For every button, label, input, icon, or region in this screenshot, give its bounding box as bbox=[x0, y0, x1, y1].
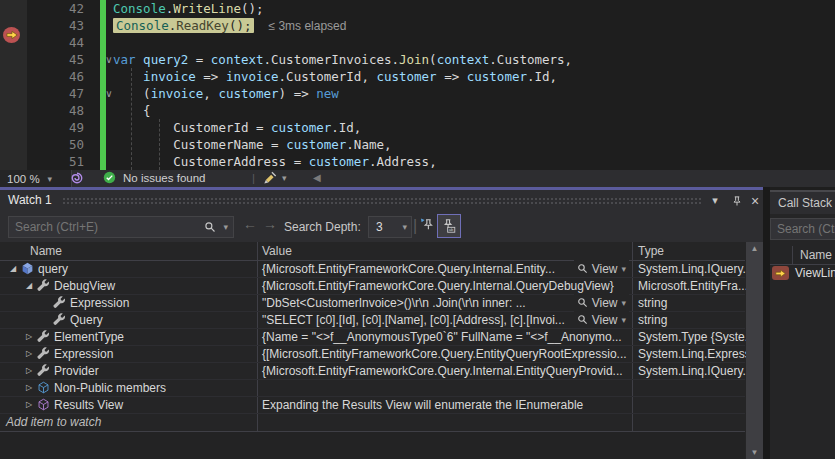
watch-type: System.Linq.IQuery... bbox=[638, 364, 750, 378]
wrench-icon bbox=[36, 364, 51, 377]
expander-icon[interactable]: ▷ bbox=[22, 366, 36, 375]
watch-toolbar: ▾ ← → Search Depth: 3 ▾ | ab bbox=[0, 211, 763, 242]
search-back-button[interactable]: ← bbox=[243, 216, 257, 232]
value-cell bbox=[258, 379, 632, 396]
expander-icon[interactable]: ◢ bbox=[22, 281, 36, 290]
vs-debug-window: 42Console.WriteLine();43Console.ReadKey(… bbox=[0, 0, 835, 459]
watch-row-query[interactable]: ◢query{Microsoft.EntityFrameworkCore.Que… bbox=[0, 260, 745, 278]
spiral-icon[interactable] bbox=[70, 171, 84, 187]
watch-row-expression[interactable]: Expression"DbSet<CustomerInvoice>()\r\n … bbox=[0, 294, 745, 312]
editor-zoom-select[interactable]: 100 % ▾ bbox=[0, 170, 72, 187]
search-input[interactable] bbox=[771, 222, 835, 236]
column-header-name[interactable]: Name bbox=[30, 244, 62, 258]
column-header-type[interactable]: Type bbox=[638, 244, 664, 258]
watch-row-non-public-members[interactable]: ▷Non-Public members bbox=[0, 379, 745, 397]
watch-row-query[interactable]: Query"SELECT [c0].[Id], [c0].[Name], [c0… bbox=[0, 311, 745, 329]
search-input[interactable] bbox=[9, 220, 202, 234]
column-header-name[interactable]: Name bbox=[800, 248, 832, 262]
scroll-up-button[interactable]: ▲ bbox=[746, 244, 763, 253]
editor-status-bar: 100 % ▾ No issues found | ▾ ◀ bbox=[0, 170, 835, 187]
watch-type: Microsoft.EntityFra... bbox=[638, 279, 748, 293]
search-icon[interactable] bbox=[202, 221, 218, 233]
watch-row-expression[interactable]: ▷Expression{[Microsoft.EntityFrameworkCo… bbox=[0, 345, 745, 363]
type-cell bbox=[633, 396, 750, 413]
current-statement-icon bbox=[3, 27, 20, 43]
line-number: 45 bbox=[0, 51, 84, 68]
expander-icon[interactable]: ▷ bbox=[22, 332, 36, 341]
code-line[interactable]: CustomerName = customer.Name, bbox=[113, 136, 392, 153]
call-stack-search-box[interactable] bbox=[770, 218, 835, 240]
pin-icon bbox=[731, 195, 743, 207]
code-line[interactable]: CustomerAddress = customer.Address, bbox=[113, 153, 437, 170]
expander-icon[interactable]: ◢ bbox=[6, 264, 20, 273]
value-cell: Expanding the Results View will enumerat… bbox=[258, 396, 632, 413]
watch-search-box[interactable]: ▾ bbox=[8, 216, 234, 238]
watch-row-elementtype[interactable]: ▷ElementType{Name = "<>f__AnonymousType0… bbox=[0, 328, 745, 346]
code-line[interactable]: var query2 = context.CustomerInvoices.Jo… bbox=[113, 51, 572, 68]
current-statement-highlight: Console.ReadKey(); bbox=[113, 18, 254, 33]
wrench-icon bbox=[52, 296, 67, 309]
chevron-down-icon: ▾ bbox=[712, 194, 718, 207]
column-header-value[interactable]: Value bbox=[262, 244, 292, 258]
pin-panel-button[interactable] bbox=[728, 192, 746, 209]
code-line[interactable]: CustomerId = customer.Id, bbox=[113, 119, 361, 136]
code-line[interactable]: invoice => invoice.CustomerId, customer … bbox=[113, 68, 557, 85]
code-line[interactable]: { bbox=[113, 102, 151, 119]
search-forward-button[interactable]: → bbox=[263, 216, 277, 232]
document-health-indicator[interactable]: No issues found bbox=[103, 171, 205, 184]
call-stack-panel: Call Stack Name ViewLinq bbox=[770, 190, 835, 459]
code-line[interactable]: (invoice, customer) => new bbox=[113, 85, 339, 102]
watch-value: Expanding the Results View will enumerat… bbox=[258, 398, 632, 412]
search-depth-select[interactable]: 3 ▾ bbox=[368, 216, 412, 238]
expander-icon[interactable]: ▷ bbox=[22, 349, 36, 358]
chevron-down-icon[interactable]: ▾ bbox=[218, 222, 233, 232]
watch-title-bar[interactable]: Watch 1 ▾ × bbox=[0, 190, 763, 211]
scroll-down-button[interactable]: ▼ bbox=[746, 448, 763, 457]
call-stack-column-headers: Name bbox=[770, 246, 835, 265]
watch-row-results-view[interactable]: ▷Results ViewExpanding the Results View … bbox=[0, 396, 745, 414]
call-stack-frame-row[interactable]: ViewLinq bbox=[770, 265, 835, 282]
add-item-hint: Add item to watch bbox=[6, 415, 101, 429]
add-watch-row[interactable]: Add item to watch bbox=[0, 413, 745, 432]
name-cell: ▷Results View bbox=[0, 396, 279, 413]
code-line[interactable]: Console.ReadKey();≤ 3ms elapsed bbox=[113, 17, 346, 34]
perf-tip[interactable]: ≤ 3ms elapsed bbox=[268, 19, 346, 33]
name-cell: Query bbox=[0, 311, 295, 328]
type-cell: System.Linq.IQuery... bbox=[633, 260, 750, 277]
name-cell: ◢query bbox=[0, 260, 263, 277]
call-stack-title-bar[interactable]: Call Stack bbox=[770, 192, 835, 214]
view-button[interactable]: View▾ bbox=[574, 260, 629, 277]
watch-row-provider[interactable]: ▷Provider{Microsoft.EntityFrameworkCore.… bbox=[0, 362, 745, 380]
watch-type: System.Linq.IQuery... bbox=[638, 262, 750, 276]
value-cell: {Microsoft.EntityFrameworkCore.Query.Int… bbox=[258, 362, 632, 379]
pin-values-toggle-button[interactable]: ab bbox=[437, 214, 461, 238]
code-editor[interactable]: 42Console.WriteLine();43Console.ReadKey(… bbox=[0, 0, 835, 170]
code-line[interactable]: Console.WriteLine(); bbox=[113, 0, 264, 17]
value-cell: {[Microsoft.EntityFrameworkCore.Query.En… bbox=[258, 345, 632, 362]
scroll-left-button[interactable]: ◀ bbox=[313, 172, 321, 183]
window-position-menu-button[interactable]: ▾ bbox=[706, 192, 724, 209]
watch-type: string bbox=[638, 296, 667, 310]
check-circle-icon bbox=[103, 171, 116, 184]
column-divider bbox=[792, 246, 793, 264]
watch-value: {[Microsoft.EntityFrameworkCore.Query.En… bbox=[258, 347, 632, 361]
close-panel-button[interactable]: × bbox=[746, 192, 764, 209]
pinnable-properties-button[interactable] bbox=[419, 216, 434, 236]
chevron-down-icon: ▾ bbox=[402, 222, 411, 232]
view-button[interactable]: View▾ bbox=[574, 294, 629, 311]
expander-icon[interactable]: ▷ bbox=[22, 383, 36, 392]
watch-scrollbar[interactable]: ▲ ▼ bbox=[746, 242, 763, 459]
watch-name: query bbox=[38, 262, 68, 276]
watch-row-debugview[interactable]: ◢DebugView{Microsoft.EntityFrameworkCore… bbox=[0, 277, 745, 295]
code-cleanup-button[interactable]: ▾ bbox=[263, 171, 287, 185]
line-number: 46 bbox=[0, 68, 84, 85]
expander-icon[interactable]: ▷ bbox=[22, 400, 36, 409]
watch-type: string bbox=[638, 313, 667, 327]
type-cell: System.Type {Syste... bbox=[633, 328, 750, 345]
view-button[interactable]: View▾ bbox=[574, 311, 629, 328]
chevron-down-icon: ▾ bbox=[282, 173, 287, 183]
chevron-down-icon: ▾ bbox=[621, 298, 626, 308]
panel-splitter[interactable] bbox=[763, 187, 770, 459]
value-cell: {Microsoft.EntityFrameworkCore.Query.Int… bbox=[258, 260, 632, 277]
cube-purple-icon bbox=[36, 398, 51, 411]
